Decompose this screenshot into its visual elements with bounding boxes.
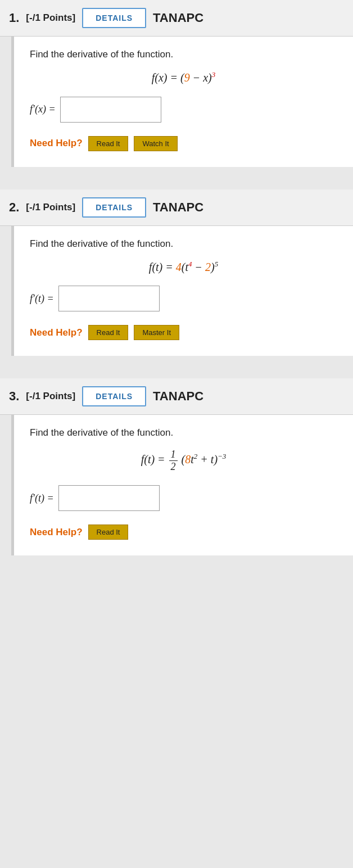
problem-2-master-button[interactable]: Master It — [134, 325, 179, 340]
math-1-fx: f(x) = ( — [152, 71, 184, 84]
problem-2-answer-row: f′(t) = — [30, 286, 337, 311]
problem-1-number: 1. — [9, 11, 19, 25]
math-2-4: 4 — [176, 260, 182, 273]
problem-1-points: [-/1 Points] — [26, 12, 75, 24]
problem-2-need-help: Need Help? — [30, 327, 83, 338]
problem-2-body: Find the derivative of the function. f(t… — [11, 226, 353, 356]
fraction-denominator: 2 — [169, 461, 178, 473]
fraction-numerator: 1 — [169, 449, 178, 461]
problem-3-math: f(t) = 12 (8t2 + t)−3 — [30, 449, 337, 473]
separator-1 — [0, 167, 353, 189]
problem-1-read-it-button[interactable]: Read It — [88, 136, 129, 151]
problem-2-instruction: Find the derivative of the function. — [30, 238, 337, 250]
problem-2-points: [-/1 Points] — [26, 202, 75, 213]
problem-2: 2. [-/1 Points] DETAILS TANAPC Find the … — [0, 189, 353, 356]
problem-1-body: Find the derivative of the function. f(x… — [11, 37, 353, 167]
problem-1-instruction: Find the derivative of the function. — [30, 49, 337, 60]
problem-2-tanapco: TANAPC — [153, 200, 203, 215]
problem-3-read-it-button[interactable]: Read It — [88, 525, 129, 540]
problem-1-details-button[interactable]: DETAILS — [82, 8, 146, 28]
problem-3-need-help: Need Help? — [30, 527, 83, 538]
problem-3-tanapco: TANAPC — [153, 389, 203, 404]
problem-3-answer-label: f′(t) = — [30, 492, 54, 504]
problem-3-answer-row: f′(t) = — [30, 485, 337, 511]
problem-2-header: 2. [-/1 Points] DETAILS TANAPC — [0, 189, 353, 226]
problem-2-number: 2. — [9, 200, 19, 215]
math-1-minus-x: − x)3 — [190, 71, 216, 84]
problem-1-math: f(x) = (9 − x)3 — [30, 70, 337, 84]
problem-3-header: 3. [-/1 Points] DETAILS TANAPC — [0, 378, 353, 415]
problem-3-details-button[interactable]: DETAILS — [82, 386, 146, 406]
problem-3-number: 3. — [9, 389, 19, 404]
problem-1-tanapco: TANAPC — [153, 11, 203, 25]
problem-3-answer-input[interactable] — [58, 485, 160, 511]
problem-2-answer-label: f′(t) = — [30, 293, 54, 305]
problem-1-need-help: Need Help? — [30, 138, 83, 149]
math-2-2: 2 — [205, 260, 211, 273]
problem-2-details-button[interactable]: DETAILS — [82, 197, 146, 218]
math-1-9: 9 — [184, 71, 190, 84]
problem-3-body: Find the derivative of the function. f(t… — [11, 415, 353, 555]
problem-2-math: f(t) = 4(t4 − 2)5 — [30, 260, 337, 274]
problem-1-answer-row: f′(x) = — [30, 97, 337, 123]
problem-3: 3. [-/1 Points] DETAILS TANAPC Find the … — [0, 378, 353, 555]
problem-1-answer-label: f′(x) = — [30, 103, 56, 115]
problem-2-read-it-button[interactable]: Read It — [88, 325, 129, 340]
problem-1: 1. [-/1 Points] DETAILS TANAPC Find the … — [0, 0, 353, 167]
problem-2-answer-input[interactable] — [58, 286, 160, 311]
math-3-8: 8 — [185, 453, 191, 465]
problem-3-instruction: Find the derivative of the function. — [30, 427, 337, 438]
problem-3-help-row: Need Help? Read It — [30, 525, 337, 540]
problem-1-answer-input[interactable] — [60, 97, 161, 123]
separator-2 — [0, 356, 353, 378]
problem-3-points: [-/1 Points] — [26, 391, 75, 402]
problem-1-header: 1. [-/1 Points] DETAILS TANAPC — [0, 0, 353, 37]
problem-1-help-row: Need Help? Read It Watch It — [30, 136, 337, 151]
problem-2-help-row: Need Help? Read It Master It — [30, 325, 337, 340]
problem-1-watch-button[interactable]: Watch It — [134, 136, 177, 151]
fraction-half: 12 — [169, 449, 178, 473]
